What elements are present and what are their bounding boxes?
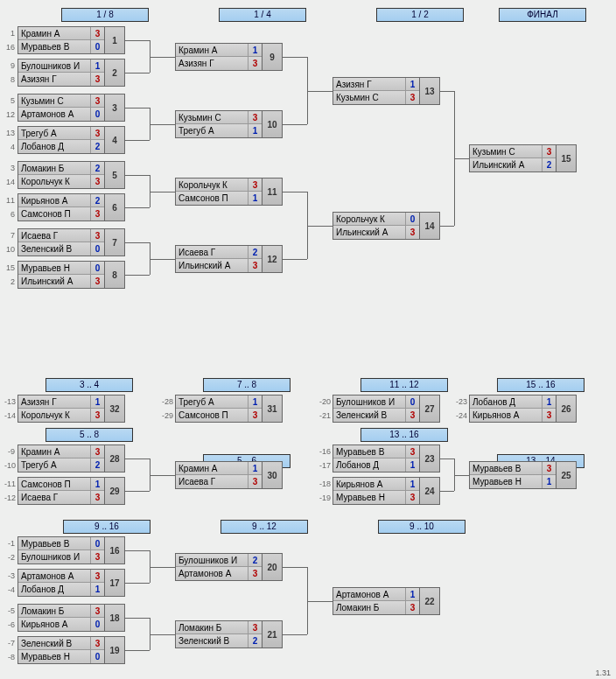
player-score: 1 [90,583,104,596]
player-name: Булошников И [176,554,248,566]
player-score: 0 [90,40,104,53]
player-name: Исаева Г [176,246,248,258]
player-score: 1 [405,588,419,600]
bracket-connector [150,124,175,125]
seed: 4 [4,141,17,154]
seed: -10 [4,459,17,472]
match-id: 3 [105,94,124,121]
player-score: 1 [248,44,262,56]
player-name: Зеленский В [176,634,248,648]
player-name: Муравьев Н [18,262,90,274]
bracket-connector [454,158,469,159]
match-17: -3-4Артамонов А3Лобанов Д117 [18,569,125,597]
player-name: Булошников И [18,60,90,72]
bracket-connector [307,226,332,227]
seed: -2 [4,551,17,564]
player-score: 3 [90,491,104,504]
match-id: 16 [105,537,124,564]
match-id: 11 [262,178,282,205]
match-8: 152Муравьев Н0Ильинский А38 [18,261,125,289]
match-id: 10 [262,111,282,137]
bracket-connector [282,259,307,260]
player-name: Самсонов П [176,192,248,205]
player-name: Муравьев В [18,40,90,53]
player-score: 3 [90,275,104,288]
player-score: 3 [405,491,419,504]
player-score: 1 [405,458,419,472]
player-name: Кирьянов А [18,618,90,631]
player-name: Кузьмин С [176,111,248,123]
bracket-connector [150,40,150,57]
match-id: 2 [105,60,124,86]
match-23: -16-17Муравьев В3Лобанов Д123 [332,444,440,472]
player-name: Ильинский А [470,158,542,172]
seed: 6 [4,208,17,221]
bracket-connector [454,158,455,226]
player-score: 2 [248,554,262,566]
player-name: Кузьмин С [333,91,405,104]
player-name: Зеленский В [18,242,90,256]
match-5: 314Ломакин Б2Корольчук К35 [18,161,125,189]
player-name: Муравьев Н [333,491,405,504]
player-score: 1 [542,396,556,408]
round-header: ФИНАЛ [499,8,586,22]
player-name: Кирьянов А [470,409,542,422]
match-1: 116Крамин А3Муравьев В01 [18,26,125,54]
bracket-connector [454,475,469,476]
bracket-connector [439,91,454,92]
bracket-connector [124,650,150,651]
seed: -24 [456,410,468,423]
match-9: Крамин А1Азизян Г39 [175,43,283,71]
player-name: Лобанов Д [18,140,90,153]
seed: -12 [4,492,17,505]
match-4: 134Трегуб А3Лобанов Д24 [18,126,125,154]
seed: -28 [162,396,174,409]
seed: -13 [4,396,17,409]
match-id: 19 [105,637,124,663]
player-name: Муравьев Н [470,475,542,488]
player-score: 0 [90,650,104,663]
match-id: 27 [420,396,439,422]
match-11: Корольчук К3Самсонов П111 [175,178,283,206]
player-score: 3 [90,550,104,564]
seed: -1 [4,537,17,550]
player-score: 2 [248,634,262,648]
match-32: -13-14Азизян Г1Корольчук К332 [18,395,125,423]
player-score: 3 [90,27,104,39]
seed: -11 [4,478,17,491]
seed: -19 [319,492,332,505]
match-14: Корольчук К0Ильинский А314 [332,212,440,240]
player-name: Трегуб А [176,396,248,408]
player-score: 1 [248,396,262,408]
match-19: -7-8Зеленский В3Муравьев Н019 [18,636,125,664]
bracket-connector [124,275,150,276]
bracket-connector [454,475,455,491]
bracket-connector [150,57,175,58]
match-id: 13 [420,78,439,104]
match-id: 26 [556,396,576,422]
seed: -8 [4,651,17,664]
player-name: Корольчук К [18,175,90,188]
player-score: 1 [90,60,104,72]
bracket-connector [150,458,150,475]
bracket-connector [282,124,307,125]
player-score: 3 [405,409,419,422]
seed: 5 [4,94,17,108]
player-score: 1 [248,124,262,137]
player-score: 0 [90,108,104,121]
bracket-connector [124,140,150,141]
player-name: Ломакин Б [18,162,90,174]
player-name: Исаева Г [18,229,90,242]
match-13: Азизян Г1Кузьмин С313 [332,77,440,105]
player-name: Самсонов П [18,478,90,490]
seed: 13 [4,127,17,140]
bracket-connector [150,259,150,275]
player-name: Самсонов П [176,409,248,422]
version-label: 1.31 [595,668,611,677]
match-12: Исаева Г2Ильинский А312 [175,245,283,273]
match-id: 23 [420,445,439,472]
player-score: 3 [90,175,104,188]
match-18: -5-6Ломакин Б3Кирьянов А018 [18,604,125,632]
bracket-connector [150,192,175,192]
player-name: Корольчук К [18,409,90,422]
